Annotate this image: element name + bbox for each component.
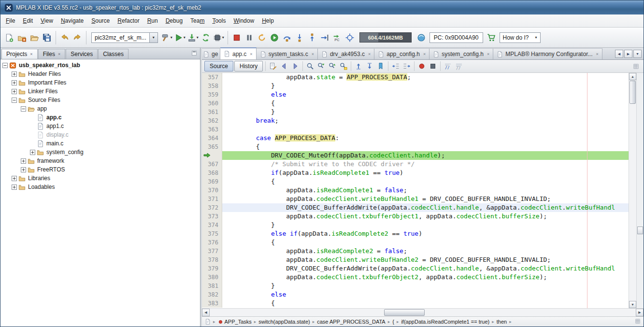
- menu-debug[interactable]: Debug: [162, 15, 186, 27]
- menu-window[interactable]: Window: [229, 15, 258, 27]
- reset-button[interactable]: [256, 30, 268, 45]
- uncomment-lines-button[interactable]: //: [454, 61, 464, 71]
- tab-list-dropdown-icon[interactable]: ▼: [633, 50, 642, 58]
- close-icon[interactable]: ×: [58, 52, 60, 57]
- close-icon[interactable]: ×: [312, 52, 314, 57]
- line-number[interactable]: 357: [202, 73, 222, 82]
- toggle-bookmark-button[interactable]: [375, 61, 386, 71]
- expand-icon[interactable]: [21, 167, 26, 172]
- panel-tab-classes[interactable]: Classes: [98, 49, 129, 59]
- code-line-369[interactable]: 369 {: [202, 177, 629, 186]
- step-out-button[interactable]: [306, 30, 318, 45]
- horizontal-scrollbar[interactable]: ◀ ▶: [202, 308, 644, 316]
- menu-edit[interactable]: Edit: [19, 15, 37, 27]
- code-line-370[interactable]: 370 appData.isReadComplete1 = false;: [202, 186, 629, 195]
- tree-item-linker-files[interactable]: Linker Files: [0, 87, 200, 96]
- dropdown-arrow-icon[interactable]: ▾: [197, 35, 199, 40]
- dropdown-arrow-icon[interactable]: ▾: [184, 35, 186, 40]
- make-and-program-button[interactable]: ▾: [186, 30, 200, 45]
- previous-bookmark-button[interactable]: [353, 61, 364, 71]
- new-project-button[interactable]: [15, 30, 28, 45]
- find-next-button[interactable]: [316, 61, 327, 71]
- collapse-icon[interactable]: [12, 98, 17, 103]
- shift-line-left-button[interactable]: [390, 61, 401, 71]
- find-previous-button[interactable]: [327, 61, 338, 71]
- breadcrumb-item[interactable]: then: [497, 319, 507, 325]
- dropdown-arrow-icon[interactable]: ▾: [222, 35, 224, 40]
- scroll-down-icon[interactable]: ▼: [629, 301, 636, 308]
- code-line-382[interactable]: 382 else: [202, 290, 629, 299]
- run-to-cursor-button[interactable]: [318, 30, 331, 45]
- tree-item-system-config[interactable]: system_config: [0, 148, 200, 156]
- expand-icon[interactable]: [12, 176, 17, 181]
- code-line-364[interactable]: 364 case APP_PROCESS_DATA:: [202, 134, 629, 142]
- undo-button[interactable]: [58, 30, 71, 45]
- collapse-icon[interactable]: [2, 63, 8, 68]
- expand-icon[interactable]: [12, 80, 17, 85]
- scroll-tabs-right-icon[interactable]: ▶: [624, 50, 632, 58]
- line-number[interactable]: 381: [202, 282, 222, 290]
- editor-tab-drv-ak4953-c[interactable]: drv_ak4953.c×: [318, 48, 374, 59]
- line-number[interactable]: 367: [202, 160, 222, 169]
- project-configuration-combo[interactable]: pic32mz_ef_sk_m...▼: [91, 32, 158, 43]
- tree-item-loadables[interactable]: Loadables: [0, 183, 200, 191]
- set-pc-button[interactable]: PC: [331, 30, 343, 45]
- code-line-365[interactable]: 365 {: [202, 142, 629, 151]
- vertical-scrollbar[interactable]: ▲ ▼: [629, 73, 636, 308]
- stop-macro-recording-button[interactable]: [428, 61, 438, 71]
- menu-refactor[interactable]: Refactor: [114, 15, 143, 27]
- comment-lines-button[interactable]: //: [443, 61, 453, 71]
- menu-run[interactable]: Run: [143, 15, 162, 27]
- line-number[interactable]: 368: [202, 169, 222, 177]
- expand-icon[interactable]: [30, 150, 35, 155]
- dropdown-arrow-icon[interactable]: ▾: [535, 35, 537, 40]
- tree-item-main-c[interactable]: main.c: [0, 139, 200, 148]
- line-number[interactable]: 361: [202, 108, 222, 116]
- breadcrumb-item[interactable]: if(appData.isReadComplete1 == true): [401, 319, 489, 325]
- split-handle[interactable]: [637, 227, 643, 234]
- device-status-button[interactable]: [415, 30, 428, 45]
- line-number[interactable]: 376: [202, 238, 222, 247]
- menu-tools[interactable]: Tools: [208, 15, 229, 27]
- tree-item-libraries[interactable]: Libraries: [0, 174, 200, 183]
- split-editor-button[interactable]: [630, 61, 641, 71]
- tree-item-usb-speaker-rtos-lab[interactable]: usb_speaker_rtos_lab: [0, 61, 200, 70]
- source-view-button[interactable]: Source: [204, 61, 233, 71]
- close-icon[interactable]: ×: [423, 52, 426, 57]
- horizontal-scroll-thumb[interactable]: [384, 309, 425, 316]
- line-number[interactable]: 369: [202, 177, 222, 186]
- code-line-361[interactable]: 361 }: [202, 108, 629, 116]
- step-over-button[interactable]: [281, 30, 293, 45]
- breadcrumb-item[interactable]: {: [392, 319, 394, 325]
- code-editor[interactable]: 357 appData.state = APP_PROCESS_DATA;358…: [202, 73, 629, 308]
- scroll-left-icon[interactable]: ◀: [202, 309, 210, 316]
- code-line-357[interactable]: 357 appData.state = APP_PROCESS_DATA;: [202, 73, 629, 82]
- line-number[interactable]: 363: [202, 125, 222, 134]
- dropdown-arrow-icon[interactable]: ▼: [149, 33, 157, 43]
- toggle-highlight-search-button[interactable]: [338, 61, 349, 71]
- code-line-368[interactable]: 368 if(appData.isReadComplete1 == true): [202, 169, 629, 177]
- code-line-372[interactable]: 372 DRV_CODEC_BufferAddWrite(appData.cod…: [202, 203, 629, 212]
- close-icon[interactable]: ×: [368, 52, 371, 57]
- breadcrumb-item[interactable]: case APP_PROCESS_DATA: [317, 319, 385, 325]
- how-do-i-box[interactable]: How do I?▾: [500, 32, 541, 43]
- editor-tab-ge[interactable]: ge: [202, 48, 220, 59]
- tree-item-app[interactable]: app: [0, 104, 200, 113]
- menu-view[interactable]: View: [37, 15, 57, 27]
- expand-icon[interactable]: [12, 89, 17, 94]
- new-file-button[interactable]: [3, 30, 15, 45]
- current-pc-arrow-icon[interactable]: [202, 151, 222, 160]
- line-number[interactable]: 383: [202, 299, 222, 308]
- line-number[interactable]: 375: [202, 229, 222, 238]
- code-line-360[interactable]: 360 {: [202, 99, 629, 108]
- code-line-374[interactable]: 374 }: [202, 221, 629, 229]
- line-number[interactable]: 372: [202, 203, 222, 212]
- close-icon[interactable]: ×: [596, 52, 598, 57]
- line-number[interactable]: 377: [202, 247, 222, 256]
- code-line-375[interactable]: 375 else if(appData.isReadComplete2 == t…: [202, 229, 629, 238]
- line-number[interactable]: 378: [202, 256, 222, 264]
- code-line-358[interactable]: 358 }: [202, 82, 629, 90]
- breadcrumb-item[interactable]: APP_Tasks: [218, 319, 252, 325]
- menu-source[interactable]: Source: [87, 15, 114, 27]
- code-line-367[interactable]: 367 /* Submit write to the CODEC driver …: [202, 160, 629, 169]
